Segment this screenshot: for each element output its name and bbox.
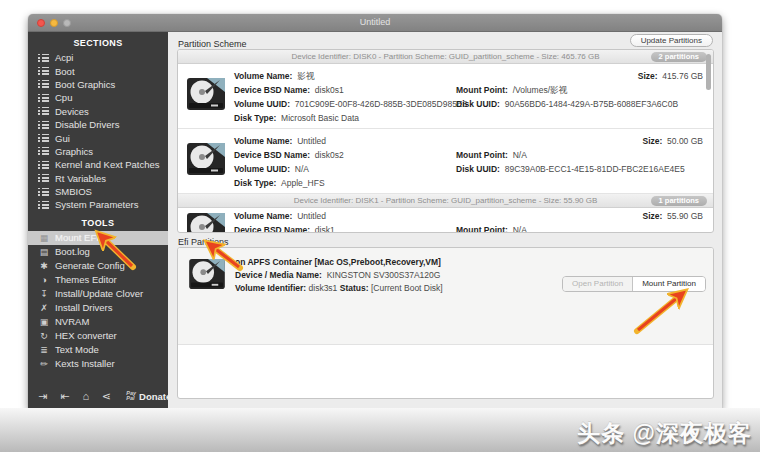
device-bsd-name-field: Device BSD Name: disk0s2 (234, 150, 344, 160)
device-bsd-name-field: Device BSD Name: disk1 (234, 225, 335, 233)
mount-partition-button[interactable]: Mount Partition (632, 277, 705, 291)
size-field: Size: 415.76 GB (638, 71, 703, 81)
list-icon (38, 107, 49, 115)
sidebar-item-label: Kexts Installer (55, 358, 115, 369)
sidebar-item-label: NVRAM (55, 316, 89, 327)
volume-name-field: Volume Name: 影视 (234, 71, 314, 83)
field-value: 89C39A0B-ECC1-4E15-81DD-FBC2E16AE4E5 (505, 164, 685, 174)
efi-partition-row[interactable]: on APFS Container [Mac OS,Preboot,Recove… (178, 248, 713, 345)
export-icon[interactable]: ⇤ (60, 390, 69, 403)
sidebar-item-label: Install/Update Clover (55, 288, 143, 299)
list-icon (38, 174, 49, 182)
volume-uuid-field: Volume UUID: N/A (234, 164, 309, 174)
sidebar-item-label: Boot (55, 66, 75, 77)
sidebar-item-graphics[interactable]: Graphics (28, 145, 168, 158)
sidebar-item-install-update-clover[interactable]: ↧Install/Update Clover (28, 287, 168, 301)
title-bar[interactable]: Untitled (28, 14, 722, 32)
partition-scheme-panel: Device Identifier: DISK0 - Partition Sch… (177, 49, 714, 233)
field-label: Volume UUID: (234, 99, 290, 109)
sidebar-item-text-mode[interactable]: ≣Text Mode (28, 343, 168, 357)
field-value: 701C909E-00F8-426D-885B-3DE085D985E8 (295, 99, 467, 109)
sidebar-item-install-drivers[interactable]: ✗Install Drivers (28, 301, 168, 315)
partition-row-disk0s2[interactable]: Volume Name: Untitled Size: 50.00 GB Dev… (178, 129, 713, 194)
scrollbar-thumb[interactable] (706, 54, 711, 90)
chip-icon: ▣ (38, 317, 50, 327)
volume-name-field: Volume Name: Untitled (234, 136, 326, 146)
share-icon[interactable]: ⋖ (102, 390, 111, 403)
sidebar-item-label: Gui (55, 133, 70, 144)
list-icon (38, 80, 49, 88)
sidebar-item-boot-graphics[interactable]: Boot Graphics (28, 78, 168, 91)
sidebar-item-generate-config[interactable]: ✱Generate Config (28, 259, 168, 273)
field-label: Disk Type: (234, 113, 276, 123)
sidebar-item-hex-converter[interactable]: ↻HEX converter (28, 329, 168, 343)
import-icon[interactable]: ⇥ (38, 390, 47, 403)
disk-type-field: Disk Type: Microsoft Basic Data (234, 113, 359, 123)
field-value: Untitled (297, 211, 326, 221)
sidebar-item-system-parameters[interactable]: System Parameters (28, 198, 168, 211)
device-header-disk1: Device Identifier: DISK1 - Partition Sch… (178, 194, 713, 208)
donate-label: Donate (139, 391, 171, 402)
size-field: Size: 55.90 GB (643, 211, 704, 221)
text-lines-icon: ≣ (38, 345, 50, 355)
tools-header: TOOLS (28, 212, 168, 231)
field-label: Volume Name: (234, 71, 292, 81)
hard-drive-icon (189, 259, 225, 289)
field-label: Disk UUID: (456, 99, 500, 109)
sidebar: SECTIONS Acpi Boot Boot Graphics Cpu Dev… (28, 32, 168, 410)
sidebar-item-mount-efi[interactable]: ▦Mount EFI (28, 231, 168, 245)
sidebar-item-gui[interactable]: Gui (28, 131, 168, 144)
efi-partitions-label: Efi Partitions (178, 237, 229, 247)
home-icon[interactable]: ⌂ (82, 390, 89, 402)
field-value: disk0s2 (315, 150, 344, 160)
device-header-disk0: Device Identifier: DISK0 - Partition Sch… (178, 50, 713, 64)
paypal-icon: Pay Pal (126, 391, 136, 401)
field-label: Disk UUID: (456, 164, 500, 174)
field-label: Device BSD Name: (234, 85, 310, 95)
sidebar-item-kexts-installer[interactable]: ✏Kexts Installer (28, 357, 168, 371)
field-value: Apple_HFS (281, 178, 324, 188)
field-value: 415.76 GB (662, 71, 703, 81)
sidebar-item-boot[interactable]: Boot (28, 64, 168, 77)
field-label: Status: (340, 283, 369, 293)
field-label: Size: (643, 136, 663, 146)
list-icon (38, 67, 49, 75)
mount-point-field: Mount Point: N/A (456, 225, 527, 233)
sidebar-item-themes-editor[interactable]: ◑Themes Editor (28, 273, 168, 287)
field-value: /Volumes/影视 (513, 85, 567, 95)
sidebar-item-nvram[interactable]: ▣NVRAM (28, 315, 168, 329)
field-label: Volume UUID: (234, 164, 290, 174)
update-partitions-button[interactable]: Update Partitions (630, 34, 713, 47)
list-icon (38, 54, 49, 62)
sidebar-item-label: HEX converter (55, 330, 117, 341)
list-icon (38, 121, 49, 129)
field-value: 55.90 GB (667, 211, 703, 221)
sidebar-item-disable-drivers[interactable]: Disable Drivers (28, 118, 168, 131)
gear-icon: ✱ (38, 261, 50, 271)
sidebar-item-cpu[interactable]: Cpu (28, 91, 168, 104)
list-icon (38, 134, 49, 142)
partition-row-disk1[interactable]: Volume Name: Untitled Size: 55.90 GB Dev… (178, 208, 713, 233)
field-value: KINGSTON SV300S37A120G (327, 270, 441, 280)
sidebar-item-label: Devices (55, 106, 89, 117)
disk-type-field: Disk Type: Apple_HFS (234, 178, 325, 188)
sidebar-item-kernel-and-kext-patches[interactable]: Kernel and Kext Patches (28, 158, 168, 171)
sidebar-item-acpi[interactable]: Acpi (28, 51, 168, 64)
partition-row-disk0s1[interactable]: Volume Name: 影视 Size: 415.76 GB Device B… (178, 64, 713, 129)
sidebar-item-smbios[interactable]: SMBIOS (28, 185, 168, 198)
disk-uuid-field: Disk UUID: 90A56BD6-1484-429A-B75B-6088E… (456, 99, 678, 109)
efi-partitions-panel: on APFS Container [Mac OS,Preboot,Recove… (177, 247, 714, 399)
device-header-text: Device Identifier: DISK0 - Partition Sch… (291, 52, 599, 61)
sidebar-item-label: Themes Editor (55, 274, 117, 285)
sidebar-item-rt-variables[interactable]: Rt Variables (28, 172, 168, 185)
paypal-donate-button[interactable]: Pay Pal Donate (126, 391, 171, 402)
open-partition-button[interactable]: Open Partition (563, 277, 632, 291)
sidebar-item-boot-log[interactable]: ▤Boot.log (28, 245, 168, 259)
sidebar-item-label: Kernel and Kext Patches (55, 159, 160, 170)
sidebar-item-label: Boot.log (55, 246, 90, 257)
field-label: Size: (638, 71, 658, 81)
mount-point-field: Mount Point: /Volumes/影视 (456, 85, 567, 97)
sidebar-item-devices[interactable]: Devices (28, 105, 168, 118)
field-value: 影视 (297, 71, 314, 81)
hard-drive-icon (187, 78, 225, 110)
